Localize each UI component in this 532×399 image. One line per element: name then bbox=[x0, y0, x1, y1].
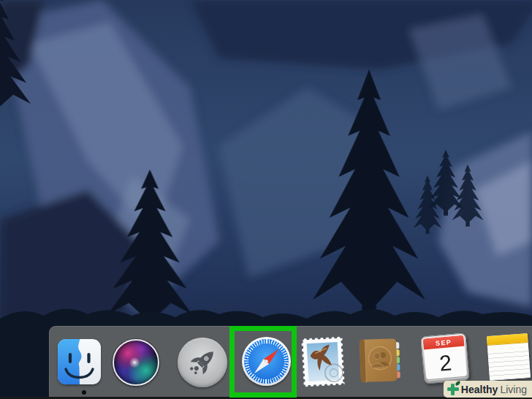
desktop-screen: SEP 2 Healthy Living bbox=[0, 0, 532, 399]
finder-icon-graphic bbox=[58, 339, 101, 384]
green-cross-leaf-icon bbox=[447, 384, 459, 395]
launchpad-rocket-icon[interactable] bbox=[178, 338, 227, 387]
calendar-icon[interactable]: SEP 2 bbox=[420, 332, 469, 384]
calendar-page: SEP 2 bbox=[423, 335, 468, 380]
calendar-day-label: 2 bbox=[438, 352, 452, 374]
leaf-icon bbox=[455, 380, 460, 385]
siri-icon[interactable] bbox=[113, 339, 159, 386]
rocket-icon-graphic bbox=[178, 338, 227, 387]
calendar-day-area: 2 bbox=[424, 346, 467, 380]
healthy-living-watermark: Healthy Living bbox=[444, 381, 532, 398]
watermark-brand-secondary: Living bbox=[500, 384, 527, 395]
finder-running-indicator bbox=[82, 390, 86, 395]
contacts-book-icon[interactable] bbox=[358, 337, 403, 385]
mail-stamp-graphic bbox=[298, 334, 348, 389]
safari-highlight-box bbox=[229, 326, 297, 398]
contacts-book-graphic bbox=[358, 337, 403, 385]
mail-stamp-icon[interactable] bbox=[298, 334, 348, 389]
calendar-month-label: SEP bbox=[435, 338, 452, 347]
notes-yellow-band bbox=[487, 333, 528, 346]
finder-icon[interactable] bbox=[58, 339, 101, 384]
notes-icon[interactable] bbox=[487, 333, 531, 381]
notes-ruled-lines bbox=[487, 347, 531, 381]
watermark-brand-primary: Healthy bbox=[461, 384, 498, 395]
